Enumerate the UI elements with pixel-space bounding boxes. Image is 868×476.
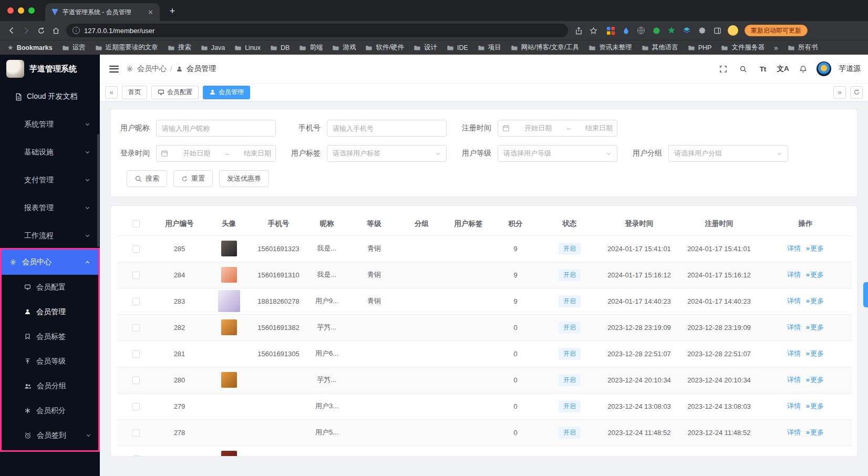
page-tag[interactable]: 首页 — [122, 86, 147, 99]
sidebar-group[interactable]: 系统管理 — [0, 110, 100, 138]
detail-link[interactable]: 详情 — [787, 271, 801, 278]
sidebar-subitem[interactable]: 会员签到 — [0, 423, 100, 448]
extension-star-icon[interactable] — [667, 26, 676, 35]
more-link[interactable]: »更多 — [806, 244, 824, 252]
sidebar-subitem[interactable]: 会员管理 — [0, 299, 100, 324]
send-coupon-button[interactable]: 发送优惠券 — [219, 170, 269, 187]
bookmark-folder[interactable]: 资讯未整理 — [588, 43, 632, 52]
floating-drag-handle[interactable] — [863, 282, 868, 307]
extension-layers-icon[interactable] — [682, 26, 691, 35]
bookmark-folder-overflow[interactable]: 所有书 — [788, 43, 818, 52]
side-panel-icon[interactable] — [712, 26, 722, 35]
row-checkbox[interactable] — [132, 245, 140, 253]
more-link[interactable]: »更多 — [806, 428, 824, 436]
tags-refresh-icon[interactable] — [850, 86, 863, 99]
bookmark-folder[interactable]: 项目 — [478, 43, 501, 52]
bookmark-folder[interactable]: Java — [201, 44, 225, 51]
register-time-range-picker[interactable]: 开始日期 – 结束日期 — [498, 120, 617, 137]
nickname-input[interactable] — [162, 125, 270, 132]
row-checkbox[interactable] — [132, 350, 140, 358]
collapse-menu-icon[interactable] — [109, 66, 119, 73]
bookmarks-overflow-chevron[interactable]: » — [774, 44, 778, 52]
more-link[interactable]: »更多 — [806, 402, 824, 410]
minimize-window-button[interactable] — [18, 7, 24, 14]
sidebar-subitem[interactable]: 会员标签 — [0, 324, 100, 349]
search-button[interactable]: 搜索 — [127, 170, 167, 187]
row-checkbox[interactable] — [132, 403, 140, 410]
row-checkbox[interactable] — [132, 324, 140, 332]
user-avatar[interactable] — [817, 61, 831, 76]
detail-link[interactable]: 详情 — [787, 428, 801, 436]
reset-button[interactable]: 重置 — [173, 170, 213, 187]
user-group-select[interactable]: 请选择用户分组 — [668, 145, 788, 162]
detail-link[interactable]: 详情 — [787, 297, 801, 305]
sidebar-subitem[interactable]: 会员等级 — [0, 349, 100, 374]
font-size-icon[interactable]: Tt — [757, 63, 769, 75]
url-text[interactable]: 127.0.0.1/member/user — [84, 27, 562, 35]
search-icon[interactable] — [737, 63, 749, 75]
tags-scroll-right-icon[interactable]: » — [833, 86, 846, 99]
bell-icon[interactable] — [797, 63, 809, 75]
site-info-icon[interactable]: i — [73, 27, 80, 34]
sidebar-subitem[interactable]: 会员配置 — [0, 275, 100, 299]
detail-link[interactable]: 详情 — [787, 349, 801, 357]
bookmark-folder[interactable]: 其他语言 — [642, 43, 678, 52]
bookmark-folder[interactable]: Linux — [234, 44, 261, 51]
new-tab-button[interactable]: + — [166, 6, 179, 17]
detail-link[interactable]: 详情 — [787, 244, 801, 252]
login-time-range-picker[interactable]: 开始日期 – 结束日期 — [156, 145, 276, 162]
bookmark-folder[interactable]: 游戏 — [332, 43, 356, 52]
sidebar-scrollbar[interactable] — [97, 134, 99, 247]
bookmark-folder[interactable]: 软件/硬件 — [365, 43, 404, 52]
row-checkbox[interactable] — [132, 272, 140, 279]
detail-link[interactable]: 详情 — [787, 402, 801, 410]
row-checkbox[interactable] — [132, 456, 140, 457]
home-icon[interactable] — [48, 23, 63, 38]
maximize-window-button[interactable] — [28, 7, 35, 14]
bookmark-folder[interactable]: 设计 — [414, 43, 437, 52]
bookmark-folder[interactable]: 近期需要读的文章 — [95, 43, 158, 52]
address-bar[interactable]: i 127.0.0.1/member/user — [66, 24, 568, 37]
reload-icon[interactable] — [34, 23, 48, 38]
extension-green-dot-icon[interactable] — [652, 26, 661, 35]
select-all-checkbox[interactable] — [132, 220, 140, 227]
sidebar-group[interactable]: 基础设施 — [0, 138, 100, 166]
share-icon[interactable] — [571, 23, 586, 38]
bookmark-folder[interactable]: 运营 — [62, 43, 86, 52]
extension-globe-icon[interactable] — [636, 26, 646, 35]
bookmark-folder[interactable]: 搜索 — [168, 43, 191, 52]
page-tag[interactable]: 会员配置 — [151, 86, 199, 99]
fullscreen-icon[interactable] — [717, 63, 729, 75]
page-tag[interactable]: 会员管理 — [203, 86, 250, 99]
user-level-select[interactable]: 请选择用户等级 — [498, 145, 617, 162]
user-name[interactable]: 芋道源 — [839, 64, 861, 74]
detail-link[interactable]: 详情 — [787, 323, 801, 331]
sidebar-item-cloud-docs[interactable]: Cloud 开发文档 — [0, 83, 100, 110]
extensions-puzzle-icon[interactable] — [697, 26, 707, 35]
sidebar-group[interactable]: 工作流程 — [0, 222, 100, 250]
more-link[interactable]: »更多 — [806, 376, 824, 384]
bookmark-folder[interactable]: 文件服务器 — [721, 43, 764, 52]
sidebar-item-member-center[interactable]: 会员中心 — [0, 250, 100, 275]
app-logo-row[interactable]: 芋道管理系统 — [0, 55, 100, 83]
sidebar-group[interactable]: 报表管理 — [0, 194, 100, 222]
breadcrumb-root[interactable]: 会员中心 — [137, 64, 167, 74]
tab-close-icon[interactable]: ✕ — [146, 8, 156, 16]
row-checkbox[interactable] — [132, 377, 140, 384]
more-link[interactable]: »更多 — [806, 323, 824, 331]
user-tag-select[interactable]: 请选择用户标签 — [327, 145, 447, 162]
extension-grid-icon[interactable] — [606, 26, 615, 35]
bookmark-folder[interactable]: 网站/博客/文章/工具 — [511, 43, 579, 52]
sidebar-subitem[interactable]: 会员分组 — [0, 374, 100, 398]
more-link[interactable]: »更多 — [806, 349, 824, 357]
bookmark-folder[interactable]: PHP — [688, 44, 712, 51]
more-link[interactable]: »更多 — [806, 271, 824, 278]
detail-link[interactable]: 详情 — [787, 376, 801, 384]
locale-icon[interactable]: 文A — [777, 63, 789, 75]
bookmark-folder[interactable]: 前端 — [299, 43, 323, 52]
tags-scroll-left-icon[interactable]: « — [105, 86, 118, 99]
mobile-input[interactable] — [333, 125, 441, 132]
bookmark-folder[interactable]: IDE — [447, 44, 468, 51]
bookmarks-root[interactable]: ★ Bookmarks — [7, 44, 53, 51]
extension-drop-icon[interactable] — [621, 26, 631, 35]
